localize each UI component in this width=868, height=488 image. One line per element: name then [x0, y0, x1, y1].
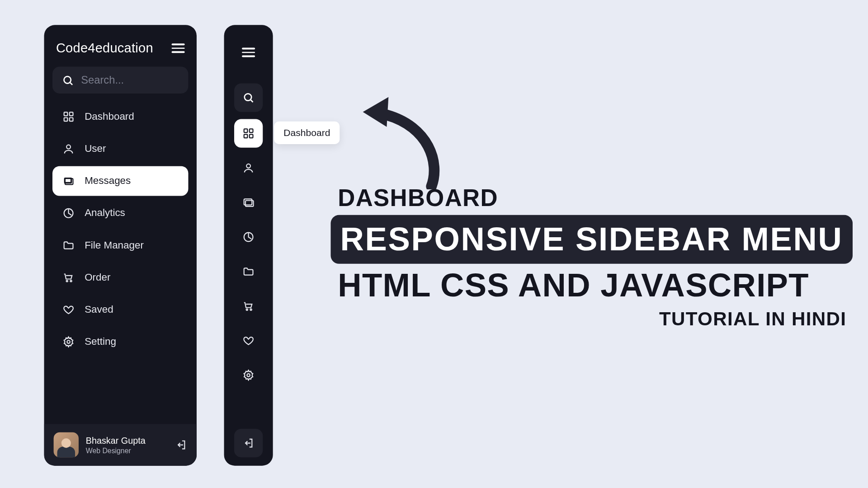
analytics-icon: [62, 206, 75, 220]
sidebar-item-user[interactable]: User: [52, 134, 189, 164]
sidebar-item-label: Analytics: [85, 207, 125, 219]
svg-line-16: [251, 100, 253, 102]
svg-rect-5: [70, 118, 73, 122]
logout-icon[interactable]: [175, 439, 187, 450]
headline-block: DASHBOARD RESPONSIVE SIDEBAR MENU HTML C…: [330, 185, 852, 330]
svg-rect-9: [65, 178, 71, 183]
sidebar-item-messages[interactable]: Messages: [52, 166, 189, 196]
svg-rect-4: [64, 118, 68, 122]
headline-line2: RESPONSIVE SIDEBAR MENU: [330, 215, 852, 264]
svg-point-12: [70, 280, 71, 282]
headline-line3: HTML CSS AND JAVASCRIPT: [338, 266, 852, 304]
collapsed-item-setting[interactable]: [234, 361, 263, 389]
svg-rect-19: [244, 134, 248, 138]
sidebar-item-label: User: [85, 143, 106, 155]
avatar: [54, 432, 79, 457]
svg-point-13: [67, 340, 70, 343]
svg-rect-17: [244, 129, 248, 132]
sidebar-item-order[interactable]: Order: [52, 263, 189, 292]
collapsed-item-messages[interactable]: [234, 188, 263, 216]
search-box[interactable]: [52, 67, 189, 94]
sidebar-item-saved[interactable]: Saved: [52, 295, 189, 324]
sidebar-collapsed: Dashboard: [224, 25, 273, 465]
user-role: Web Designer: [86, 446, 146, 455]
svg-point-21: [246, 164, 250, 168]
user-meta: Bhaskar Gupta Web Designer: [86, 435, 146, 455]
headline-line1: DASHBOARD: [338, 185, 852, 211]
svg-point-27: [247, 374, 250, 377]
collapsed-item-order[interactable]: [234, 292, 263, 320]
collapsed-item-file-manager[interactable]: [234, 257, 263, 286]
sidebar-item-label: Order: [85, 272, 110, 283]
heart-icon: [62, 303, 75, 316]
sidebar-item-label: Dashboard: [85, 111, 134, 122]
sidebar-expanded: Code4education Dashboard User Me: [44, 25, 197, 465]
hamburger-icon[interactable]: [234, 38, 263, 66]
collapsed-item-analytics[interactable]: [234, 223, 263, 251]
tooltip: Dashboard: [274, 122, 340, 144]
collapsed-item-dashboard[interactable]: Dashboard: [234, 119, 263, 148]
svg-rect-20: [250, 134, 253, 138]
sidebar-item-analytics[interactable]: Analytics: [52, 198, 189, 228]
sidebar-item-dashboard[interactable]: Dashboard: [52, 102, 189, 131]
search-icon: [62, 74, 74, 86]
hamburger-icon[interactable]: [172, 44, 185, 53]
sidebar-item-label: Setting: [85, 336, 116, 347]
svg-point-25: [246, 309, 248, 310]
svg-rect-2: [64, 112, 68, 116]
user-footer: Bhaskar Gupta Web Designer: [44, 424, 197, 465]
sidebar-header: Code4education: [52, 33, 189, 67]
nav-list: Dashboard User Messages Analytics File M: [52, 102, 189, 357]
collapsed-item-saved[interactable]: [234, 326, 263, 355]
sidebar-item-label: Saved: [85, 304, 113, 315]
cart-icon: [62, 271, 75, 284]
sidebar-item-label: File Manager: [85, 239, 144, 251]
search-button[interactable]: [234, 84, 263, 112]
collapsed-item-user[interactable]: [234, 154, 263, 182]
user-icon: [62, 142, 75, 155]
sidebar-item-label: Messages: [85, 175, 131, 187]
folder-icon: [62, 239, 75, 252]
headline-line4: TUTORIAL IN HINDI: [330, 308, 846, 330]
collapsed-logout[interactable]: [234, 429, 263, 457]
svg-rect-18: [250, 129, 253, 132]
gear-icon: [62, 335, 75, 348]
svg-point-11: [66, 280, 68, 282]
dashboard-icon: [62, 110, 75, 123]
brand-title: Code4education: [56, 41, 153, 56]
svg-rect-3: [70, 112, 73, 116]
messages-icon: [62, 174, 75, 188]
svg-point-6: [66, 145, 71, 149]
search-input[interactable]: [81, 74, 179, 86]
svg-line-1: [70, 82, 72, 84]
svg-point-0: [64, 76, 71, 83]
user-name: Bhaskar Gupta: [86, 435, 146, 445]
arrow-icon: [354, 94, 443, 189]
sidebar-item-setting[interactable]: Setting: [52, 327, 189, 357]
svg-point-15: [245, 94, 251, 100]
sidebar-item-file-manager[interactable]: File Manager: [52, 230, 189, 260]
svg-point-26: [250, 309, 251, 310]
